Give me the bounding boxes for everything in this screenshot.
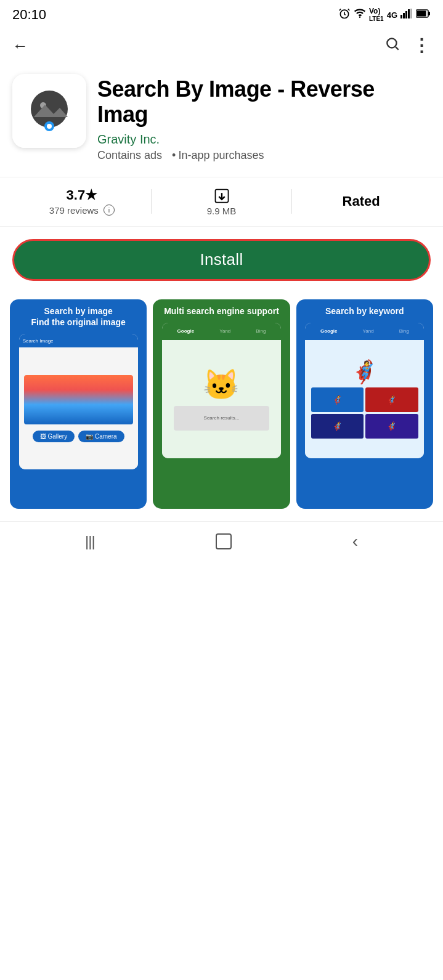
rated-block: Rated [291,193,431,209]
status-bar: 20:10 Vo)LTE1 4G [0,0,443,27]
size-label: 9.9 MB [207,206,237,216]
volte-icon: Vo)LTE1 [369,7,384,22]
svg-rect-9 [417,11,426,17]
screenshots-row: Search by imageFind the original image S… [0,293,443,509]
nav-bar: ← ⋮ [0,27,443,64]
svg-point-1 [359,17,361,18]
reviews-label: 379 reviews i [49,205,115,216]
screenshot-1[interactable]: Search by imageFind the original image S… [10,299,147,509]
svg-rect-8 [428,12,430,15]
app-developer[interactable]: Gravity Inc. [97,132,431,147]
status-time: 20:10 [12,7,46,23]
size-block: 9.9 MB [152,187,291,216]
more-menu-button[interactable]: ⋮ [413,39,431,52]
svg-point-15 [47,124,52,129]
back-button[interactable]: ← [12,36,28,55]
battery-icon [416,9,431,21]
wifi-icon [354,7,366,22]
alarm-icon [338,7,351,22]
4g-icon: 4G [387,10,397,20]
screenshot-1-image: Search Image 🖼 Gallery 📷 Camera [10,331,147,509]
svg-rect-5 [408,9,410,18]
app-contains-ads: Contains ads [97,149,162,162]
app-meta: Contains ads • In-app purchases [97,149,431,162]
app-header: Search By Image - Reverse Imag Gravity I… [0,64,443,172]
svg-rect-6 [410,9,412,18]
screenshot-3-label: Search by keyword [296,299,433,320]
signal-icon [400,9,413,21]
app-title: Search By Image - Reverse Imag [97,76,431,128]
recent-apps-button[interactable]: ||| [85,533,95,550]
home-button[interactable] [216,533,232,549]
screenshot-3-image: Google Yand Bing 🦸 🦸 🦸‍♂️ 🦸 🦸‍♂️ [296,320,433,509]
download-icon-area [213,187,230,205]
app-icon [12,74,86,148]
status-icons-group: Vo)LTE1 4G [338,7,431,22]
bottom-nav: ||| ‹ [0,521,443,561]
screenshot-1-label: Search by imageFind the original image [10,299,147,331]
rated-value: Rated [343,193,380,209]
search-button[interactable] [384,36,400,55]
screenshot-2[interactable]: Multi search engine support Google Yand … [153,299,290,509]
install-button[interactable]: Install [12,239,431,281]
svg-point-10 [387,38,396,47]
rating-block: 3.7★ 379 reviews i [12,187,152,216]
back-nav-button[interactable]: ‹ [352,532,358,551]
install-section: Install [0,227,443,293]
svg-rect-4 [405,11,407,18]
nav-actions: ⋮ [384,36,431,55]
svg-rect-2 [400,15,402,18]
screenshot-2-label: Multi search engine support [153,299,290,320]
info-icon[interactable]: i [104,205,115,216]
app-title-block: Search By Image - Reverse Imag Gravity I… [97,74,431,162]
rating-value: 3.7★ [67,187,98,203]
screenshot-3[interactable]: Search by keyword Google Yand Bing 🦸 🦸 🦸… [296,299,433,509]
app-iap: In-app purchases [178,149,264,162]
stats-row: 3.7★ 379 reviews i 9.9 MB Rated [0,177,443,227]
screenshot-2-image: Google Yand Bing 🐱 Search results... [153,320,290,509]
svg-rect-3 [403,13,405,18]
